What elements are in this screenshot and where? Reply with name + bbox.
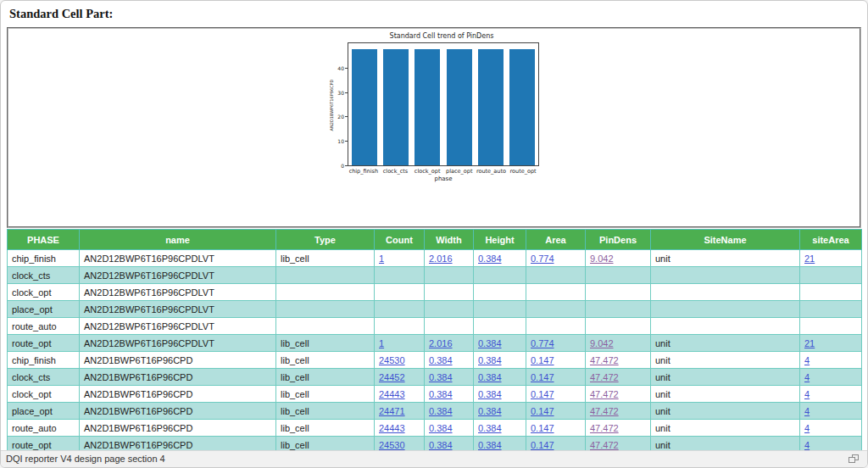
cell-link[interactable]: 47.472 bbox=[590, 355, 619, 365]
cell-width: 0.384 bbox=[425, 403, 474, 420]
cell-link[interactable]: 0.384 bbox=[429, 440, 453, 450]
cell-link[interactable]: 0.384 bbox=[478, 372, 502, 382]
x-tick-label: place_opt bbox=[443, 168, 475, 175]
cell-width bbox=[425, 301, 474, 318]
cell-name: AN2D1BWP6T16P96CPD bbox=[80, 352, 276, 369]
cell-link[interactable]: 0.384 bbox=[478, 406, 502, 416]
cell-link[interactable]: 0.384 bbox=[429, 372, 453, 382]
cell-pindens bbox=[586, 301, 651, 318]
cell-link[interactable]: 24443 bbox=[379, 423, 405, 433]
cell-link[interactable]: 47.472 bbox=[590, 389, 619, 399]
cell-link[interactable]: 9.042 bbox=[590, 254, 614, 264]
cell-link[interactable]: 1 bbox=[379, 254, 384, 264]
cell-type: lib_cell bbox=[276, 403, 375, 420]
cell-link[interactable]: 47.472 bbox=[590, 440, 619, 450]
cell-area: 0.774 bbox=[526, 335, 586, 352]
cell-name: AN2D1BWP6T16P96CPD bbox=[80, 386, 276, 403]
cell-link[interactable]: 4 bbox=[804, 440, 810, 450]
column-header-type: Type bbox=[276, 230, 375, 250]
cell-link[interactable]: 0.384 bbox=[429, 355, 453, 365]
cell-area bbox=[526, 301, 586, 318]
cell-link[interactable]: 47.472 bbox=[590, 423, 619, 433]
cell-link[interactable]: 4 bbox=[804, 372, 810, 382]
cell-sitename: unit bbox=[651, 420, 800, 437]
cell-phase: clock_opt bbox=[8, 284, 80, 301]
cell-phase: route_opt bbox=[8, 335, 80, 352]
bar bbox=[352, 49, 377, 165]
cell-phase: clock_cts bbox=[8, 267, 80, 284]
cell-pindens: 9.042 bbox=[586, 335, 651, 352]
cell-link[interactable]: 4 bbox=[804, 406, 810, 416]
cell-width: 0.384 bbox=[425, 352, 474, 369]
cell-link[interactable]: 0.384 bbox=[429, 423, 453, 433]
cell-link[interactable]: 1 bbox=[379, 338, 384, 348]
cell-link[interactable]: 2.016 bbox=[429, 254, 453, 264]
cell-name: AN2D1BWP6T16P96CPD bbox=[80, 420, 276, 437]
cell-link[interactable]: 2.016 bbox=[429, 338, 453, 348]
cell-pindens bbox=[586, 267, 651, 284]
cell-type: lib_cell bbox=[276, 386, 375, 403]
cell-width bbox=[425, 267, 474, 284]
plot-area bbox=[348, 42, 539, 166]
cell-area bbox=[526, 267, 586, 284]
cell-link[interactable]: 0.384 bbox=[429, 406, 453, 416]
cell-phase: clock_cts bbox=[8, 369, 80, 386]
cell-link[interactable]: 47.472 bbox=[590, 372, 619, 382]
cell-link[interactable]: 0.384 bbox=[478, 423, 502, 433]
cell-link[interactable]: 0.384 bbox=[478, 254, 502, 264]
cell-link[interactable]: 0.774 bbox=[531, 254, 554, 264]
cell-link[interactable]: 0.147 bbox=[531, 389, 554, 399]
cell-link[interactable]: 4 bbox=[804, 423, 810, 433]
cell-link[interactable]: 0.384 bbox=[478, 389, 502, 399]
resize-handle-icon[interactable] bbox=[849, 454, 859, 463]
cell-link[interactable]: 47.472 bbox=[590, 406, 619, 416]
cell-width bbox=[425, 318, 474, 335]
cell-count: 24443 bbox=[375, 386, 425, 403]
cell-count: 24530 bbox=[375, 352, 425, 369]
cell-height bbox=[474, 267, 526, 284]
column-header-sitename: SiteName bbox=[651, 230, 800, 250]
column-header-phase: PHASE bbox=[8, 230, 80, 250]
cell-sitearea: 21 bbox=[800, 335, 862, 352]
cell-link[interactable]: 24471 bbox=[379, 406, 405, 416]
cell-count: 1 bbox=[375, 335, 425, 352]
cell-height bbox=[474, 318, 526, 335]
x-tick-label: route_opt bbox=[508, 168, 539, 175]
cell-link[interactable]: 24530 bbox=[379, 355, 405, 365]
cell-sitearea bbox=[800, 301, 862, 318]
cell-link[interactable]: 0.384 bbox=[478, 338, 502, 348]
cell-link[interactable]: 4 bbox=[804, 355, 810, 365]
cell-name: AN2D12BWP6T16P96CPDLVT bbox=[80, 250, 276, 267]
cell-area: 0.147 bbox=[526, 369, 586, 386]
cell-link[interactable]: 24452 bbox=[379, 372, 405, 382]
cell-link[interactable]: 0.147 bbox=[531, 406, 554, 416]
cell-link[interactable]: 0.147 bbox=[531, 423, 554, 433]
table-header-row: PHASEnameTypeCountWidthHeightAreaPinDens… bbox=[8, 230, 862, 250]
cell-type bbox=[276, 284, 375, 301]
cell-pindens: 47.472 bbox=[586, 386, 651, 403]
cell-type bbox=[276, 267, 375, 284]
cell-count bbox=[375, 301, 425, 318]
cell-height bbox=[474, 284, 526, 301]
table-row: place_optAN2D12BWP6T16P96CPDLVT bbox=[8, 301, 862, 318]
cell-width: 2.016 bbox=[425, 335, 474, 352]
cell-link[interactable]: 0.147 bbox=[531, 372, 554, 382]
cell-area bbox=[526, 284, 586, 301]
cell-link[interactable]: 0.384 bbox=[429, 389, 453, 399]
cell-link[interactable]: 0.384 bbox=[478, 440, 502, 450]
cell-link[interactable]: 24443 bbox=[379, 389, 405, 399]
cell-link[interactable]: 0.774 bbox=[531, 338, 554, 348]
page-title: Standard Cell Part: bbox=[9, 7, 113, 21]
cell-link[interactable]: 21 bbox=[804, 254, 815, 264]
cell-link[interactable]: 21 bbox=[804, 338, 815, 348]
cell-link[interactable]: 4 bbox=[804, 389, 810, 399]
cell-link[interactable]: 0.147 bbox=[531, 355, 554, 365]
table-row: route_autoAN2D1BWP6T16P96CPDlib_cell2444… bbox=[8, 420, 862, 437]
cell-link[interactable]: 0.147 bbox=[531, 440, 554, 450]
cell-area: 0.147 bbox=[526, 403, 586, 420]
cell-width bbox=[425, 284, 474, 301]
cell-link[interactable]: 24530 bbox=[379, 440, 405, 450]
cell-link[interactable]: 0.384 bbox=[478, 355, 502, 365]
cell-sitename: unit bbox=[651, 352, 800, 369]
cell-link[interactable]: 9.042 bbox=[590, 338, 614, 348]
